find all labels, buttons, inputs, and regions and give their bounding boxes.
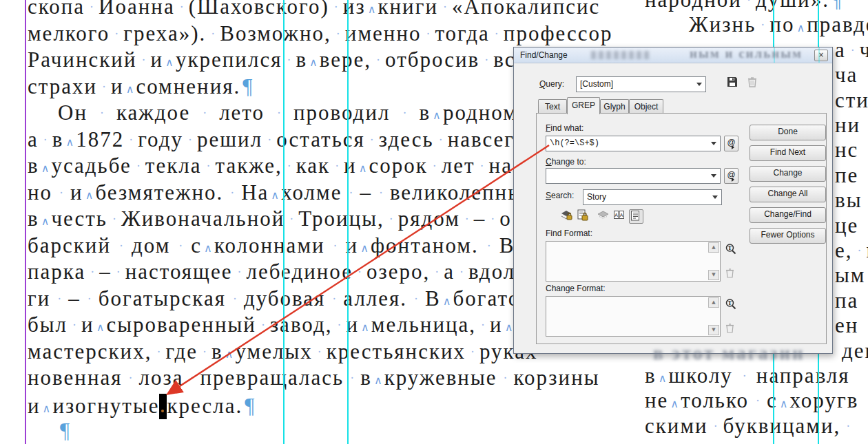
nbsp-marker: ∧: [794, 21, 807, 34]
space-marker: ·: [756, 18, 769, 32]
document-text-line[interactable]: а·в∧1872·году·решил·остаться·здесь·навсе…: [28, 129, 537, 153]
scroll-down-icon[interactable]: ▼: [708, 325, 719, 335]
document-text-line[interactable]: ги·–·богатырская·дубовая·аллея.·В∧богато…: [28, 288, 535, 312]
column-guide[interactable]: [283, 0, 285, 444]
find-format-box[interactable]: ▲ ▼: [546, 241, 721, 282]
clear-find-attributes-icon[interactable]: [725, 268, 737, 280]
space-marker: ·: [840, 419, 856, 433]
space-marker: ·: [124, 133, 138, 147]
document-text-line[interactable]: Он·каждое·лето·проводил·в∧родном: [58, 102, 518, 126]
document-text-line[interactable]: Жизнь·по∧правде: [689, 14, 868, 38]
document-text-line[interactable]: це: [835, 215, 858, 236]
include-locked-layers-icon[interactable]: [561, 209, 574, 222]
special-characters-change-button[interactable]: @: [724, 168, 738, 184]
document-text-line[interactable]: а·ч: [835, 39, 868, 61]
space-marker: ·: [262, 133, 276, 147]
nbsp-marker: ∧: [202, 242, 214, 255]
space-marker: ·: [325, 239, 346, 253]
space-marker: ·: [372, 186, 390, 200]
query-dropdown[interactable]: [Custom]: [576, 76, 706, 92]
nbsp-marker: ∧: [668, 397, 681, 410]
document-text-line[interactable]: Рачинский·и∧укрепился·в∧вере,·отбросив·в…: [28, 49, 527, 73]
special-characters-find-button[interactable]: @: [724, 136, 738, 151]
space-marker: ·: [330, 159, 344, 173]
document-text-line[interactable]: пе: [835, 165, 858, 186]
column-guide[interactable]: [347, 0, 349, 444]
document-text-line[interactable]: парка·–·настоящее·лебединое·озеро,·а·вдо…: [28, 261, 515, 283]
include-master-pages-icon[interactable]: AA: [613, 209, 626, 222]
document-text-line[interactable]: народной·души».¶: [645, 0, 843, 11]
space-marker: ·: [170, 239, 191, 253]
document-text-line[interactable]: в∧усадьбе·текла·также,·как·и∧сорок·лет·н…: [28, 155, 552, 179]
close-icon[interactable]: ×: [814, 50, 828, 61]
column-guide: [818, 47, 820, 63]
document-text-line[interactable]: вы: [835, 189, 862, 211]
space-marker: ·: [256, 318, 270, 332]
find-what-input[interactable]: \h(?=\S+$): [546, 136, 721, 151]
document-text-line[interactable]: ым: [835, 264, 865, 286]
specify-find-attributes-icon[interactable]: T: [725, 243, 737, 255]
change-all-button[interactable]: Change All: [750, 187, 826, 202]
tab-object[interactable]: Object: [629, 99, 663, 114]
document-text-line[interactable]: но·и∧безмятежно.·На∧холме·–·великолепный: [28, 182, 537, 206]
document-text-line[interactable]: ен: [835, 315, 858, 336]
space-marker: ·: [226, 292, 244, 306]
change-find-button[interactable]: Change/Find: [750, 207, 826, 223]
space-marker: ·: [428, 159, 442, 173]
specify-change-attributes-icon[interactable]: T: [725, 298, 737, 310]
find-next-button[interactable]: Find Next: [750, 145, 826, 161]
space-marker: ·: [853, 244, 867, 257]
delete-query-icon[interactable]: [746, 76, 758, 88]
include-locked-stories-icon[interactable]: [577, 209, 590, 222]
margin-guide-purple[interactable]: [25, 0, 26, 444]
document-text-line[interactable]: не∧только·с∧хоругв: [645, 390, 858, 414]
change-format-box[interactable]: ▲ ▼: [546, 296, 721, 337]
column-guide[interactable]: [818, 0, 819, 47]
document-text-line[interactable]: е,·н: [835, 240, 868, 262]
column-guide[interactable]: [773, 352, 774, 444]
space-marker: ·: [190, 106, 219, 120]
query-value: [Custom]: [580, 79, 613, 89]
dialog-title-bar[interactable]: Find/Change ным и сильным ×: [514, 47, 832, 63]
space-marker: ·: [486, 212, 499, 226]
document-text-line[interactable]: скопа·Иоанна·(Шаховского)·из∧книги·«Апок…: [28, 0, 600, 20]
document-text-line[interactable]: барский·дом·с∧колоннами·и∧фонтаном.·В: [28, 235, 515, 259]
document-text-line[interactable]: мелкого·греха»).·Возможно,·именно·тогда·…: [28, 23, 613, 45]
document-text-line[interactable]: скими·буквицами,·: [645, 415, 856, 437]
scroll-up-icon[interactable]: ▲: [708, 297, 719, 308]
include-hidden-layers-icon[interactable]: [597, 209, 610, 222]
search-scope-dropdown[interactable]: Story: [583, 189, 722, 205]
document-text-line[interactable]: сти: [835, 89, 868, 111]
document-text-line[interactable]: нс: [835, 139, 858, 160]
fewer-options-button[interactable]: Fewer Options: [750, 228, 826, 244]
tab-text[interactable]: Text: [538, 99, 567, 114]
document-text-line[interactable]: па: [835, 290, 858, 311]
showthrough-text-bottom: в этот магазин: [653, 343, 805, 364]
scroll-up-icon[interactable]: ▲: [708, 242, 719, 253]
save-query-icon[interactable]: [726, 76, 738, 88]
space-marker: ·: [476, 318, 490, 332]
column-guide[interactable]: [818, 352, 819, 444]
document-text-line[interactable]: в∧честь·Живоначальной·Троицы,·рядом·–·о: [28, 208, 512, 232]
space-marker: ·: [497, 371, 514, 385]
change-format-label: Change Format:: [546, 284, 606, 293]
tab-glyph[interactable]: Glyph: [600, 99, 629, 114]
document-text-line[interactable]: ¶: [58, 420, 71, 441]
clear-change-attributes-icon[interactable]: [725, 323, 737, 335]
document-text-line[interactable]: ни: [835, 114, 860, 136]
document-text-line[interactable]: ча: [835, 64, 858, 85]
document-text-line[interactable]: новенная·лоза·превращалась·в∧кружевные·к…: [28, 367, 600, 391]
pilcrow-marker: ¶: [829, 0, 843, 12]
nbsp-marker: ∧: [163, 56, 176, 69]
scroll-down-icon[interactable]: ▼: [708, 270, 719, 280]
include-footnotes-icon[interactable]: [629, 209, 643, 224]
done-button[interactable]: Done: [750, 125, 826, 140]
change-to-input[interactable]: [546, 168, 721, 184]
nbsp-marker: ∧: [431, 109, 443, 122]
document-text-line[interactable]: и∧изогнутыекресла.¶: [28, 394, 256, 419]
change-button[interactable]: Change: [750, 166, 826, 182]
document-text-line[interactable]: страхи·и∧сомнения.¶: [28, 76, 254, 100]
tab-grep[interactable]: GREP: [567, 97, 600, 114]
column-guide[interactable]: [773, 0, 774, 47]
document-text-line[interactable]: ден: [842, 340, 868, 361]
